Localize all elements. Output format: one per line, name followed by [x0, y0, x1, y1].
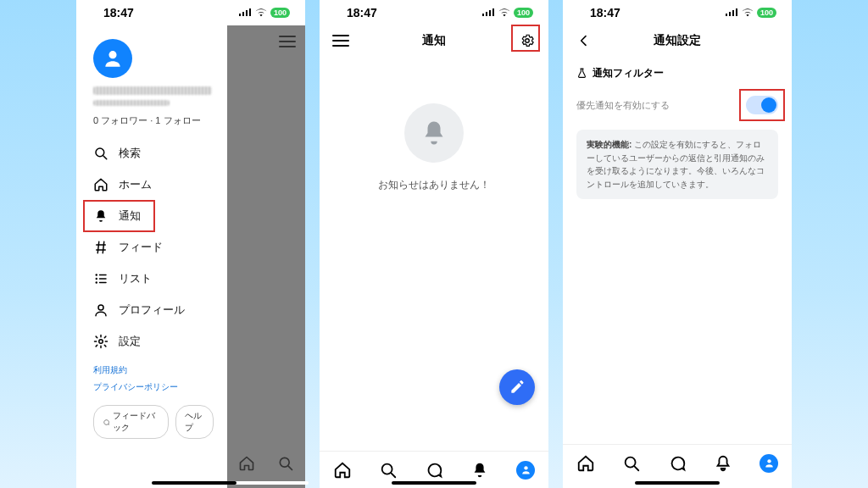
person-icon	[102, 47, 124, 69]
tab-profile-icon[interactable]	[760, 454, 778, 473]
chat-icon	[103, 418, 109, 427]
tab-search-icon[interactable]	[379, 461, 398, 480]
username-blur	[93, 86, 212, 95]
section-header: 通知フィルター	[576, 66, 778, 80]
list-icon	[93, 271, 108, 286]
empty-state-text: お知らせはありません！	[378, 178, 490, 192]
search-icon[interactable]	[277, 455, 294, 472]
svg-line-12	[288, 466, 292, 469]
tab-bell-icon[interactable]	[470, 461, 489, 480]
status-bar: 18:47 100	[563, 0, 792, 25]
svg-line-15	[392, 473, 396, 477]
svg-point-13	[526, 39, 530, 43]
svg-point-4	[96, 278, 97, 280]
battery-badge: 100	[757, 8, 776, 18]
svg-point-16	[524, 466, 527, 469]
gear-icon	[520, 33, 535, 48]
home-indicator	[392, 481, 476, 485]
compose-icon	[509, 379, 526, 396]
nav-label: ホーム	[119, 177, 152, 192]
toggle-label: 優先通知を有効にする	[576, 99, 670, 112]
tab-chat-icon[interactable]	[425, 461, 443, 480]
follow-stats[interactable]: 0 フォロワー · 1 フォロー	[93, 114, 214, 127]
menu-icon	[279, 35, 296, 48]
bell-icon	[419, 118, 449, 148]
svg-point-10	[99, 340, 103, 344]
nav-label: リスト	[119, 271, 152, 286]
nav-notifications[interactable]: 通知	[93, 202, 214, 230]
help-button[interactable]: ヘルプ	[175, 405, 214, 439]
nav-settings[interactable]: 設定	[93, 327, 214, 356]
nav-label: フィード	[119, 240, 163, 255]
tab-search-icon[interactable]	[622, 454, 641, 473]
screen-notifications: 18:47 100 通知 お知らせはありません！	[320, 0, 548, 488]
help-label: ヘルプ	[185, 410, 204, 434]
link-terms[interactable]: 利用規約	[93, 364, 214, 376]
feedback-button[interactable]: フィードバック	[93, 405, 169, 439]
hash-icon	[93, 240, 108, 255]
wifi-icon	[742, 8, 754, 17]
battery-badge: 100	[270, 8, 290, 18]
feedback-label: フィードバック	[113, 410, 159, 434]
settings-button[interactable]	[516, 30, 538, 52]
search-icon	[93, 146, 108, 161]
status-time: 18:47	[347, 6, 377, 19]
status-time: 18:47	[590, 6, 620, 19]
svg-point-1	[96, 148, 104, 157]
svg-point-19	[767, 459, 771, 463]
home-indicator	[635, 481, 720, 485]
home-indicator	[152, 481, 236, 485]
flask-icon	[576, 68, 587, 79]
page-title: 通知	[320, 33, 548, 48]
nav-label: 設定	[119, 334, 141, 349]
screen-settings: 18:47 100 通知設定 通知フィルター 優先通知を有効にする 実験的機能:…	[563, 0, 792, 488]
compose-button[interactable]	[499, 369, 535, 405]
svg-point-17	[626, 457, 636, 467]
tab-home-icon[interactable]	[576, 454, 595, 473]
page-title: 通知設定	[563, 33, 792, 48]
info-card: 実験的機能: この設定を有効にすると、フォローしているユーザーからの返信と引用通…	[576, 130, 778, 199]
svg-point-5	[96, 281, 97, 283]
svg-point-11	[280, 458, 289, 467]
tab-bell-icon[interactable]	[714, 454, 732, 473]
svg-point-14	[382, 463, 392, 474]
cellular-icon	[725, 8, 738, 17]
person-icon	[520, 464, 531, 475]
person-icon	[764, 458, 775, 469]
screen-sidebar: 18:47 100 0 フォロワー · 1 フォロー 検索	[76, 0, 305, 488]
bell-icon	[93, 208, 108, 224]
status-bar: 18:47 100	[320, 0, 548, 25]
tab-profile-icon[interactable]	[516, 461, 535, 480]
link-privacy[interactable]: プライバシーポリシー	[93, 381, 214, 393]
nav-label: 検索	[119, 146, 141, 161]
drawer-panel: 0 フォロワー · 1 フォロー 検索 ホーム 通知	[76, 25, 227, 488]
home-icon[interactable]	[238, 455, 255, 472]
section-label: 通知フィルター	[593, 66, 664, 80]
avatar[interactable]	[93, 39, 132, 78]
cellular-icon	[238, 8, 252, 17]
svg-line-2	[103, 156, 107, 159]
status-time: 18:47	[103, 6, 134, 19]
wifi-icon	[498, 8, 510, 17]
status-bar: 18:47 100	[76, 0, 305, 25]
nav-home[interactable]: ホーム	[93, 170, 214, 199]
svg-point-3	[96, 274, 97, 275]
priority-notifications-toggle[interactable]	[746, 96, 778, 114]
wifi-icon	[255, 8, 267, 17]
hamburger-button[interactable]	[276, 30, 298, 53]
nav-search[interactable]: 検索	[93, 139, 214, 168]
nav-profile[interactable]: プロフィール	[93, 296, 214, 324]
empty-state-icon	[404, 103, 464, 163]
cellular-icon	[481, 8, 495, 17]
app-header: 通知	[320, 25, 548, 56]
tab-chat-icon[interactable]	[668, 454, 687, 473]
gear-icon	[93, 334, 108, 349]
status-indicators: 100	[481, 8, 533, 18]
nav-label: プロフィール	[119, 302, 185, 318]
status-indicators: 100	[725, 8, 776, 18]
drawer-backdrop[interactable]	[227, 25, 305, 488]
nav-lists[interactable]: リスト	[93, 264, 214, 293]
tab-home-icon[interactable]	[333, 461, 352, 480]
svg-point-9	[98, 305, 103, 310]
nav-feed[interactable]: フィード	[93, 233, 214, 262]
